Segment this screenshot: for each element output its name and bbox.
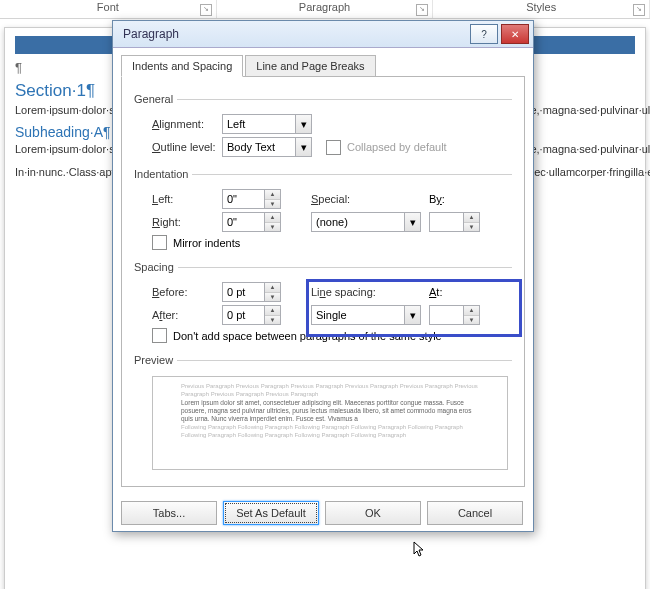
close-button[interactable]: ✕ [501, 24, 529, 44]
dialog-buttons: Tabs... Set As Default OK Cancel [113, 495, 533, 531]
outline-combo[interactable]: Body Text ▾ [222, 137, 312, 157]
special-label: Special: [311, 193, 401, 205]
preview-group: Preview Previous Paragraph Previous Para… [134, 354, 512, 476]
ribbon-group-paragraph: Paragraph↘ [217, 0, 434, 18]
left-indent-input[interactable] [222, 189, 264, 209]
before-spinner[interactable]: ▲▼ [222, 282, 281, 302]
cancel-button[interactable]: Cancel [427, 501, 523, 525]
alignment-combo[interactable]: Left ▾ [222, 114, 312, 134]
spinner-buttons[interactable]: ▲▼ [463, 212, 480, 232]
line-spacing-label: Line spacing: [311, 286, 401, 298]
tab-line-page-breaks[interactable]: Line and Page Breaks [245, 55, 375, 77]
by-spinner[interactable]: ▲▼ [429, 212, 480, 232]
collapsed-label: Collapsed by default [347, 141, 447, 153]
help-button[interactable]: ? [470, 24, 498, 44]
dialog-tabs: Indents and Spacing Line and Page Breaks [113, 48, 533, 76]
preview-main: Lorem ipsum dolor sit amet, consectetuer… [181, 399, 479, 424]
spinner-buttons[interactable]: ▲▼ [264, 305, 281, 325]
after-input[interactable] [222, 305, 264, 325]
outline-value: Body Text [227, 141, 275, 153]
spacing-legend: Spacing [134, 261, 178, 273]
preview-box: Previous Paragraph Previous Paragraph Pr… [152, 376, 508, 470]
right-indent-spinner[interactable]: ▲▼ [222, 212, 281, 232]
paragraph-dialog: Paragraph ? ✕ Indents and Spacing Line a… [112, 20, 534, 532]
general-legend: General [134, 93, 177, 105]
left-indent-label: Left: [152, 193, 222, 205]
line-spacing-value: Single [316, 309, 347, 321]
spinner-buttons[interactable]: ▲▼ [264, 282, 281, 302]
set-as-default-button[interactable]: Set As Default [223, 501, 319, 525]
mirror-indents-checkbox[interactable] [152, 235, 167, 250]
preview-next: Following Paragraph Following Paragraph … [181, 424, 479, 440]
special-combo[interactable]: (none) ▾ [311, 212, 421, 232]
before-input[interactable] [222, 282, 264, 302]
collapsed-checkbox [326, 140, 341, 155]
at-input[interactable] [429, 305, 463, 325]
by-input[interactable] [429, 212, 463, 232]
spinner-buttons[interactable]: ▲▼ [264, 212, 281, 232]
preview-prev: Previous Paragraph Previous Paragraph Pr… [181, 383, 479, 399]
preview-legend: Preview [134, 354, 177, 366]
right-indent-label: Right: [152, 216, 222, 228]
chevron-down-icon: ▾ [295, 138, 311, 156]
spinner-buttons[interactable]: ▲▼ [463, 305, 480, 325]
ribbon: Font↘ Paragraph↘ Styles↘ [0, 0, 650, 19]
alignment-label: Alignment: [152, 118, 222, 130]
dialog-title: Paragraph [123, 27, 467, 41]
tab-indents-spacing[interactable]: Indents and Spacing [121, 55, 243, 77]
tabs-button[interactable]: Tabs... [121, 501, 217, 525]
after-label: After: [152, 309, 222, 321]
left-indent-spinner[interactable]: ▲▼ [222, 189, 281, 209]
spacing-group: Spacing Before: ▲▼ Line spacing: At: Aft… [134, 261, 512, 348]
paragraph-launcher-icon[interactable]: ↘ [416, 4, 428, 16]
by-label: By: [429, 193, 445, 205]
ribbon-group-styles: Styles↘ [433, 0, 650, 18]
right-indent-input[interactable] [222, 212, 264, 232]
line-spacing-combo[interactable]: Single ▾ [311, 305, 421, 325]
ribbon-group-font: Font↘ [0, 0, 217, 18]
help-icon: ? [481, 29, 487, 40]
after-spinner[interactable]: ▲▼ [222, 305, 281, 325]
ok-button[interactable]: OK [325, 501, 421, 525]
outline-label: Outline level: [152, 141, 222, 153]
chevron-down-icon: ▾ [404, 213, 420, 231]
before-label: Before: [152, 286, 222, 298]
close-icon: ✕ [511, 29, 519, 40]
dialog-titlebar[interactable]: Paragraph ? ✕ [113, 21, 533, 48]
styles-launcher-icon[interactable]: ↘ [633, 4, 645, 16]
at-label: At: [429, 286, 442, 298]
font-launcher-icon[interactable]: ↘ [200, 4, 212, 16]
at-spinner[interactable]: ▲▼ [429, 305, 480, 325]
no-space-checkbox[interactable] [152, 328, 167, 343]
general-group: General Alignment: Left ▾ Outline level:… [134, 93, 512, 162]
chevron-down-icon: ▾ [295, 115, 311, 133]
indentation-group: Indentation Left: ▲▼ Special: By: Right:… [134, 168, 512, 255]
no-space-label: Don't add space between paragraphs of th… [173, 330, 442, 342]
alignment-value: Left [227, 118, 245, 130]
tab-panel: General Alignment: Left ▾ Outline level:… [121, 76, 525, 487]
mirror-indents-label: Mirror indents [173, 237, 240, 249]
special-value: (none) [316, 216, 348, 228]
spinner-buttons[interactable]: ▲▼ [264, 189, 281, 209]
chevron-down-icon: ▾ [404, 306, 420, 324]
indentation-legend: Indentation [134, 168, 192, 180]
